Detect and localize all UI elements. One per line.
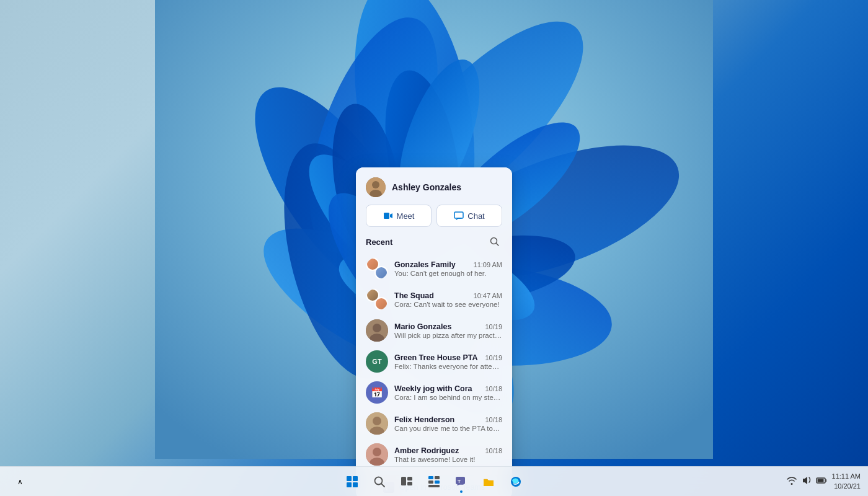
contact-name: Felix Henderson bbox=[394, 415, 454, 424]
svg-text:T: T bbox=[458, 479, 461, 484]
user-avatar bbox=[366, 177, 386, 197]
list-item[interactable]: The Squad 10:47 AM Cora: Can't wait to s… bbox=[366, 284, 502, 315]
contact-avatar: 📅 bbox=[366, 381, 388, 404]
contact-name: Weekly jog with Cora bbox=[394, 384, 472, 393]
taskbar-date-display: 10/20/21 bbox=[832, 482, 861, 491]
contact-avatar bbox=[366, 288, 388, 311]
list-item[interactable]: GT Green Tree House PTA 10/19 Felix: Tha… bbox=[366, 346, 502, 377]
taskbar-datetime[interactable]: 11:11 AM 10/20/21 bbox=[832, 472, 861, 491]
list-item[interactable]: Felix Henderson 10/18 Can you drive me t… bbox=[366, 408, 502, 439]
svg-line-44 bbox=[381, 484, 384, 487]
user-name: Ashley Gonzales bbox=[392, 182, 461, 192]
contact-preview: That is awesome! Love it! bbox=[394, 456, 502, 463]
widgets-button[interactable] bbox=[422, 469, 446, 494]
svg-rect-45 bbox=[401, 477, 406, 485]
recent-header: Recent bbox=[366, 234, 502, 249]
taskbar: ∧ bbox=[0, 466, 868, 496]
list-item[interactable]: Amber Rodriguez 10/18 That is awesome! L… bbox=[366, 439, 502, 470]
start-button[interactable] bbox=[340, 469, 365, 494]
svg-rect-47 bbox=[407, 482, 412, 485]
svg-point-32 bbox=[373, 417, 381, 425]
task-view-button[interactable] bbox=[394, 469, 419, 494]
search-button[interactable] bbox=[487, 234, 502, 249]
svg-line-27 bbox=[497, 244, 499, 246]
edge-icon bbox=[510, 476, 522, 488]
list-item[interactable]: Gonzales Family 11:09 AM You: Can't get … bbox=[366, 253, 502, 284]
taskbar-time-display: 11:11 AM bbox=[832, 472, 861, 481]
svg-rect-24 bbox=[384, 213, 389, 219]
svg-point-35 bbox=[373, 448, 381, 456]
search-icon bbox=[490, 237, 500, 247]
wifi-icon[interactable] bbox=[786, 475, 797, 489]
action-buttons: Meet Chat bbox=[356, 205, 512, 234]
chat-icon bbox=[454, 211, 464, 221]
contact-name-row: Felix Henderson 10/18 bbox=[394, 415, 502, 424]
recent-section: Recent Gonzales bbox=[356, 234, 512, 475]
contact-info: The Squad 10:47 AM Cora: Can't wait to s… bbox=[394, 291, 502, 308]
contact-name-row: Amber Rodriguez 10/18 bbox=[394, 446, 502, 455]
edge-browser-button[interactable] bbox=[503, 469, 528, 494]
recent-label: Recent bbox=[366, 237, 392, 247]
contact-name-row: The Squad 10:47 AM bbox=[394, 291, 502, 300]
meet-button[interactable]: Meet bbox=[366, 205, 432, 227]
contact-preview: Felix: Thanks everyone for attending tod… bbox=[394, 363, 502, 370]
file-explorer-button[interactable] bbox=[476, 469, 501, 494]
contact-preview: Cora: I am so behind on my step goals. bbox=[394, 394, 502, 401]
avatar-image bbox=[366, 177, 386, 197]
contact-name: Green Tree House PTA bbox=[394, 353, 478, 362]
contact-info: Weekly jog with Cora 10/18 Cora: I am so… bbox=[394, 384, 502, 401]
svg-rect-51 bbox=[435, 480, 440, 484]
contact-avatar bbox=[366, 257, 388, 280]
desktop: Ashley Gonzales Meet Chat Rec bbox=[0, 0, 868, 496]
svg-rect-25 bbox=[454, 212, 463, 218]
popup-header: Ashley Gonzales bbox=[356, 167, 512, 205]
contact-time: 10/18 bbox=[485, 447, 502, 454]
contact-preview: You: Can't get enough of her. bbox=[394, 270, 502, 277]
svg-rect-42 bbox=[353, 482, 358, 487]
taskbar-search-button[interactable] bbox=[367, 469, 392, 494]
svg-rect-48 bbox=[428, 476, 433, 479]
svg-rect-50 bbox=[428, 480, 433, 484]
contact-avatar: GT bbox=[366, 350, 388, 373]
file-explorer-icon bbox=[482, 476, 495, 488]
contact-time: 11:09 AM bbox=[474, 261, 502, 268]
list-item[interactable]: Mario Gonzales 10/19 Will pick up pizza … bbox=[366, 315, 502, 346]
contact-avatar bbox=[366, 319, 388, 342]
svg-point-29 bbox=[373, 324, 381, 332]
taskbar-right: 11:11 AM 10/20/21 bbox=[786, 472, 868, 491]
system-icons bbox=[786, 475, 827, 489]
contact-avatar bbox=[366, 412, 388, 435]
chat-button[interactable]: Chat bbox=[436, 205, 502, 227]
svg-rect-52 bbox=[428, 485, 440, 487]
contact-time: 10:47 AM bbox=[474, 292, 502, 299]
contact-name: The Squad bbox=[394, 291, 434, 300]
contact-info: Felix Henderson 10/18 Can you drive me t… bbox=[394, 415, 502, 432]
taskbar-center: T bbox=[340, 469, 528, 494]
taskbar-left: ∧ bbox=[0, 469, 32, 494]
contact-list: Gonzales Family 11:09 AM You: Can't get … bbox=[366, 253, 502, 470]
chevron-up-icon[interactable]: ∧ bbox=[7, 469, 32, 494]
svg-rect-40 bbox=[353, 476, 358, 481]
svg-rect-57 bbox=[817, 479, 823, 482]
contact-name-row: Weekly jog with Cora 10/18 bbox=[394, 384, 502, 393]
chat-label: Chat bbox=[467, 211, 484, 221]
contact-info: Green Tree House PTA 10/19 Felix: Thanks… bbox=[394, 353, 502, 370]
contact-time: 10/19 bbox=[485, 323, 502, 330]
contact-name-row: Mario Gonzales 10/19 bbox=[394, 322, 502, 331]
contact-info: Amber Rodriguez 10/18 That is awesome! L… bbox=[394, 446, 502, 463]
contact-name: Gonzales Family bbox=[394, 260, 456, 269]
contact-time: 10/18 bbox=[485, 385, 502, 392]
svg-point-22 bbox=[372, 181, 379, 188]
volume-icon[interactable] bbox=[801, 475, 812, 489]
list-item[interactable]: 📅 Weekly jog with Cora 10/18 Cora: I am … bbox=[366, 377, 502, 408]
battery-icon[interactable] bbox=[816, 475, 827, 489]
svg-rect-58 bbox=[825, 479, 826, 482]
contact-time: 10/19 bbox=[485, 354, 502, 361]
contact-info: Mario Gonzales 10/19 Will pick up pizza … bbox=[394, 322, 502, 339]
teams-chat-button[interactable]: T bbox=[449, 469, 474, 494]
contact-info: Gonzales Family 11:09 AM You: Can't get … bbox=[394, 260, 502, 277]
contact-name: Amber Rodriguez bbox=[394, 446, 459, 455]
svg-rect-49 bbox=[435, 476, 440, 479]
taskbar-search-icon bbox=[373, 476, 386, 488]
contact-name-row: Gonzales Family 11:09 AM bbox=[394, 260, 502, 269]
